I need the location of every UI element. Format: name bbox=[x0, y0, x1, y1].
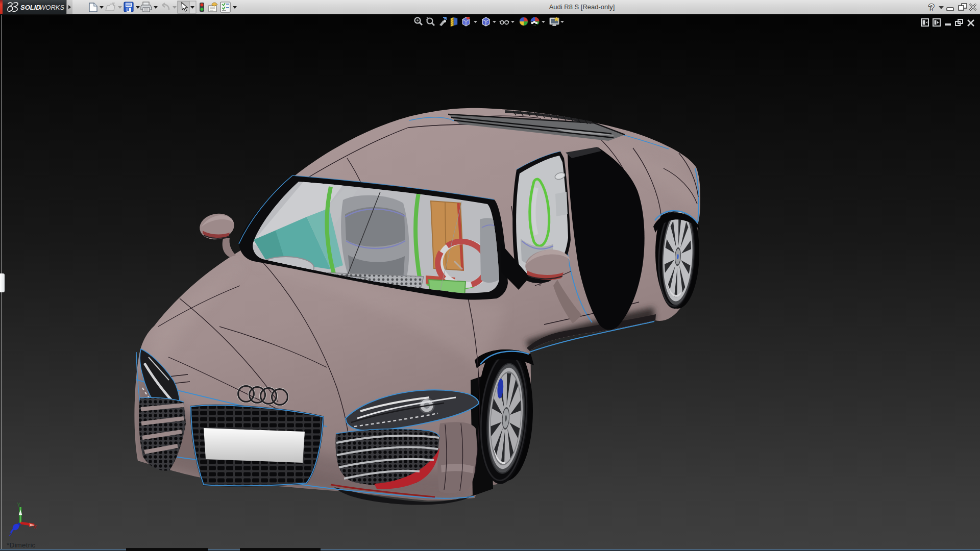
svg-text:Y: Y bbox=[17, 502, 21, 508]
svg-text:z: z bbox=[9, 531, 12, 538]
svg-text:x: x bbox=[33, 523, 37, 530]
svg-text:?: ? bbox=[928, 2, 935, 13]
